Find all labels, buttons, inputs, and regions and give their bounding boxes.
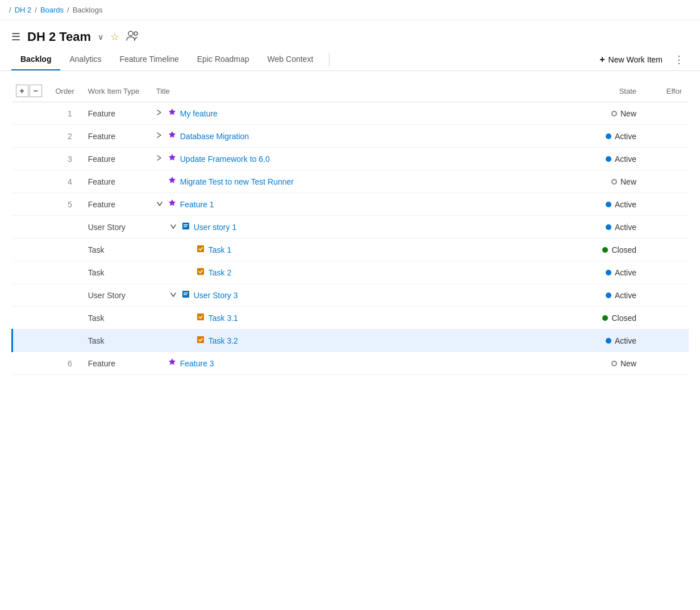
table-row[interactable]: 1FeatureMy featureNew	[13, 102, 689, 125]
row-title-text[interactable]: Database Migration	[180, 132, 249, 141]
no-expand-icon	[156, 360, 164, 367]
state-label: New	[620, 109, 636, 118]
breadcrumb: / DH 2 / Boards / Backlogs	[0, 0, 700, 20]
row-title-cell[interactable]: My feature	[149, 102, 558, 125]
table-row[interactable]: TaskTask 3.1Closed	[13, 307, 689, 329]
row-title-text[interactable]: My feature	[180, 109, 218, 118]
row-type: Feature	[81, 170, 149, 193]
row-title-cell[interactable]: Task 1	[149, 239, 558, 261]
task-icon	[196, 244, 205, 255]
row-title-text[interactable]: Task 2	[209, 268, 231, 277]
table-row[interactable]: TaskTask 3.2Active	[13, 329, 689, 352]
tab-web-context[interactable]: Web Context	[259, 49, 323, 70]
table-row[interactable]: TaskTask 2Active	[13, 261, 689, 284]
row-title-text[interactable]: Task 3.2	[209, 336, 238, 345]
team-name: DH 2 Team	[27, 30, 91, 44]
expand-icon[interactable]	[156, 109, 164, 118]
feature-icon	[168, 153, 177, 164]
svg-rect-9	[184, 294, 187, 295]
no-expand-icon	[156, 178, 164, 186]
more-options-icon[interactable]: ⋮	[669, 49, 689, 70]
state-label: Active	[615, 223, 636, 232]
tab-epic-roadmap[interactable]: Epic Roadmap	[188, 49, 259, 70]
no-expand-icon	[185, 314, 193, 322]
row-title-cell[interactable]: Migrate Test to new Test Runner	[149, 170, 558, 193]
row-title-text[interactable]: User story 1	[194, 223, 236, 232]
tab-feature-timeline[interactable]: Feature Timeline	[111, 49, 188, 70]
row-state: Closed	[558, 239, 643, 261]
row-title-text[interactable]: Update Framework to 6.0	[180, 154, 270, 164]
row-order: 4	[49, 170, 81, 193]
row-type: Feature	[81, 102, 149, 125]
row-title-cell[interactable]: User Story 3	[149, 284, 558, 307]
table-row[interactable]: 5FeatureFeature 1Active	[13, 193, 689, 216]
row-effort	[643, 239, 689, 261]
table-row[interactable]: 2FeatureDatabase MigrationActive	[13, 125, 689, 148]
row-title-cell[interactable]: Task 3.2	[149, 329, 558, 352]
row-state: Active	[558, 193, 643, 216]
row-type: User Story	[81, 284, 149, 307]
row-ctrl-cell	[13, 261, 49, 284]
row-title-cell[interactable]: Update Framework to 6.0	[149, 148, 558, 170]
task-icon	[196, 335, 205, 346]
table-row[interactable]: User StoryUser story 1Active	[13, 216, 689, 239]
row-type: Feature	[81, 352, 149, 375]
svg-point-1	[134, 32, 138, 35]
table-row[interactable]: 3FeatureUpdate Framework to 6.0Active	[13, 148, 689, 170]
table-header-row: + − Order Work Item Type Title State Eff…	[13, 80, 689, 102]
state-dot	[606, 202, 611, 207]
row-type: Feature	[81, 193, 149, 216]
breadcrumb-boards[interactable]: Boards	[40, 6, 64, 14]
row-state: Active	[558, 148, 643, 170]
row-order: 1	[49, 102, 81, 125]
row-title-text[interactable]: Task 3.1	[209, 314, 238, 323]
row-title-cell[interactable]: Feature 3	[149, 352, 558, 375]
svg-rect-4	[184, 226, 187, 227]
star-icon[interactable]: ☆	[110, 31, 119, 43]
expand-icon[interactable]	[156, 132, 164, 140]
row-type: Task	[81, 261, 149, 284]
nav-tabs: Backlog Analytics Feature Timeline Epic …	[0, 49, 700, 71]
state-label: Active	[615, 132, 636, 141]
expand-all-button[interactable]: +	[16, 85, 28, 97]
row-title-cell[interactable]: Task 3.1	[149, 307, 558, 329]
row-order	[49, 239, 81, 261]
row-state: Active	[558, 261, 643, 284]
row-title-cell[interactable]: Task 2	[149, 261, 558, 284]
collapse-all-button[interactable]: −	[30, 85, 42, 97]
expand-icon[interactable]	[170, 223, 178, 231]
people-icon[interactable]	[126, 31, 139, 44]
row-title-text[interactable]: Feature 1	[180, 200, 214, 209]
table-row[interactable]: 4FeatureMigrate Test to new Test RunnerN…	[13, 170, 689, 193]
chevron-down-icon[interactable]: ∨	[98, 32, 103, 41]
table-row[interactable]: User StoryUser Story 3Active	[13, 284, 689, 307]
userstory-icon	[181, 222, 190, 232]
row-title-text[interactable]: Migrate Test to new Test Runner	[180, 177, 294, 186]
state-label: New	[620, 359, 636, 368]
task-icon	[196, 267, 205, 278]
table-row[interactable]: TaskTask 1Closed	[13, 239, 689, 261]
row-effort	[643, 216, 689, 239]
table-row[interactable]: 6FeatureFeature 3New	[13, 352, 689, 375]
state-dot	[606, 224, 611, 230]
row-title-cell[interactable]: Database Migration	[149, 125, 558, 148]
state-dot	[606, 270, 611, 275]
row-title-text[interactable]: Feature 3	[180, 359, 214, 368]
row-title-text[interactable]: Task 1	[209, 245, 231, 254]
state-dot	[606, 338, 611, 344]
new-work-item-button[interactable]: + New Work Item	[593, 50, 669, 69]
expand-icon[interactable]	[156, 154, 164, 163]
breadcrumb-dh2[interactable]: DH 2	[15, 6, 32, 14]
tab-analytics[interactable]: Analytics	[60, 49, 110, 70]
row-type: Task	[81, 239, 149, 261]
menu-icon[interactable]: ☰	[11, 31, 20, 43]
feature-icon	[168, 131, 177, 141]
backlog-table: + − Order Work Item Type Title State Eff…	[11, 80, 689, 375]
expand-icon[interactable]	[156, 200, 164, 208]
row-title-cell[interactable]: User story 1	[149, 216, 558, 239]
row-title-text[interactable]: User Story 3	[194, 291, 238, 300]
row-title-cell[interactable]: Feature 1	[149, 193, 558, 216]
tab-backlog[interactable]: Backlog	[11, 49, 60, 70]
no-expand-icon	[185, 246, 193, 254]
expand-icon[interactable]	[170, 291, 178, 299]
